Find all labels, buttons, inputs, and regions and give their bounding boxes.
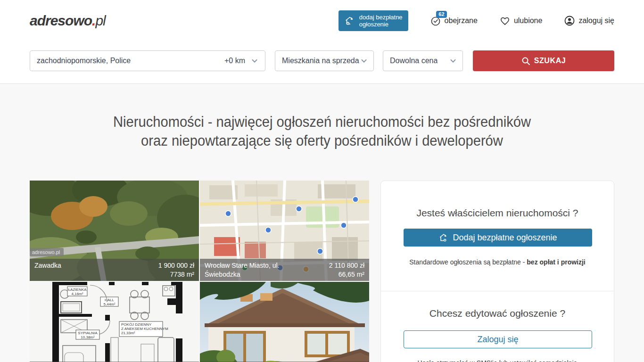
house-plus-icon: [344, 15, 355, 26]
svg-text:21,33m²: 21,33m²: [121, 331, 135, 335]
svg-text:4,16m²: 4,16m²: [72, 292, 83, 296]
logo-name: adresowo: [30, 13, 92, 28]
listing-title: Wrocław Stare Miasto, ul. Świebodzka: [205, 261, 299, 279]
chevron-down-icon: [449, 57, 457, 65]
nav-viewed[interactable]: 62 obejrzane: [430, 15, 478, 26]
listing-card-map[interactable]: Wrocław Stare Miasto, ul. Świebodzka 2 1…: [200, 181, 369, 281]
house-photo-image: [200, 282, 369, 362]
svg-text:5,44m²: 5,44m²: [104, 302, 116, 306]
listing-area: 7738 m²: [158, 270, 194, 279]
sidebar-add-listing-label: Dodaj bezpłatne ogłoszenie: [453, 233, 557, 243]
site-header: adresowo.pl dodaj bezpłatne: [0, 0, 644, 84]
sidebar-login-button[interactable]: Zaloguj się: [404, 330, 592, 348]
header-nav: dodaj bezpłatne ogłoszenie 62: [339, 10, 614, 31]
floor-plan-image: ŁAZIENKA 4,16m² HALL 5,44m²: [30, 282, 199, 362]
viewed-count-badge: 62: [436, 11, 446, 18]
add-listing-button[interactable]: dodaj bezpłatne ogłoszenie: [339, 10, 408, 31]
svg-text:POKÓJ DZIENNY: POKÓJ DZIENNY: [121, 322, 152, 327]
owner-note: Standardowe ogłoszenia są bezpłatne - be…: [404, 258, 591, 266]
favorites-label: ulubione: [514, 16, 543, 25]
search-bar: zachodniopomorskie, Police +0 km Mieszka…: [30, 41, 614, 83]
nav-login[interactable]: zaloguj się: [564, 15, 614, 26]
listing-card-aerial[interactable]: adresowo.pl Zawadka 1 900 000 zł 7738 m²: [30, 181, 199, 281]
nav-favorites[interactable]: ulubione: [499, 15, 543, 26]
sidebar-divider: [381, 291, 614, 291]
site-logo[interactable]: adresowo.pl: [30, 13, 106, 29]
listing-price: 1 900 000 zł: [158, 261, 194, 270]
svg-text:10,38m²: 10,38m²: [81, 335, 95, 339]
listing-info-bar: Wrocław Stare Miasto, ul. Świebodzka 2 1…: [200, 259, 369, 281]
search-submit-button[interactable]: SZUKAJ: [473, 50, 614, 71]
listing-price: 2 110 800 zł: [329, 261, 364, 270]
svg-text:Z ANEKSEM KUCHENNYM: Z ANEKSEM KUCHENNYM: [121, 327, 168, 331]
chevron-down-icon[interactable]: [251, 57, 258, 65]
category-select[interactable]: Mieszkania na sprzeda: [275, 50, 374, 71]
listing-area: 66,65 m²: [329, 270, 364, 279]
listing-title: Zawadka: [34, 261, 61, 279]
location-value: zachodniopomorskie, Police: [37, 57, 131, 65]
svg-text:ŁAZIENKA: ŁAZIENKA: [68, 288, 87, 292]
listing-info-bar: Zawadka 1 900 000 zł 7738 m²: [30, 259, 199, 281]
sidebar-add-listing-button[interactable]: Dodaj bezpłatne ogłoszenie: [404, 229, 592, 247]
price-value: Dowolna cena: [390, 57, 438, 65]
add-listing-label: dodaj bezpłatne ogłoszenie: [359, 14, 403, 28]
owner-panel: Jesteś właścicielem nieruchomości ? Doda…: [380, 181, 614, 362]
sidebar: Jesteś właścicielem nieruchomości ? Doda…: [380, 181, 614, 362]
chevron-down-icon: [360, 57, 368, 65]
image-watermark: adresowo.pl: [30, 248, 64, 256]
search-submit-label: SZUKAJ: [534, 57, 566, 65]
listing-card-house[interactable]: Skierniewice Rawka, ul. 1 100 000 zł: [200, 282, 369, 362]
owner-heading: Jesteś właścicielem nieruchomości ?: [404, 207, 591, 219]
location-input[interactable]: zachodniopomorskie, Police +0 km: [30, 50, 265, 71]
radius-value: +0 km: [224, 57, 245, 65]
listings-grid: adresowo.pl Zawadka 1 900 000 zł 7738 m²: [30, 181, 369, 362]
price-select[interactable]: Dowolna cena: [383, 50, 463, 71]
page-title: Nieruchomości - najwięcej ogłoszeń nieru…: [19, 113, 625, 150]
heart-icon: [499, 15, 511, 26]
edit-note: Hasło otrzymałeś w SMS'ie lub ustawiłeś …: [404, 359, 591, 362]
edit-heading: Chcesz edytować ogłoszenie ?: [404, 308, 591, 319]
search-icon: [521, 57, 530, 66]
listing-card-floorplan[interactable]: ŁAZIENKA 4,16m² HALL 5,44m²: [30, 282, 199, 362]
category-value: Mieszkania na sprzeda: [282, 57, 359, 65]
house-plus-icon: [438, 232, 449, 243]
user-circle-icon: [564, 15, 575, 26]
viewed-label: obejrzane: [445, 16, 478, 25]
logo-tld: pl: [95, 13, 105, 28]
login-label: zaloguj się: [578, 16, 614, 25]
main-content: Nieruchomości - najwięcej ogłoszeń nieru…: [0, 84, 644, 362]
sidebar-login-label: Zaloguj się: [477, 335, 518, 345]
svg-text:HALL: HALL: [105, 298, 115, 302]
svg-text:SYPIALNIA: SYPIALNIA: [78, 331, 98, 335]
